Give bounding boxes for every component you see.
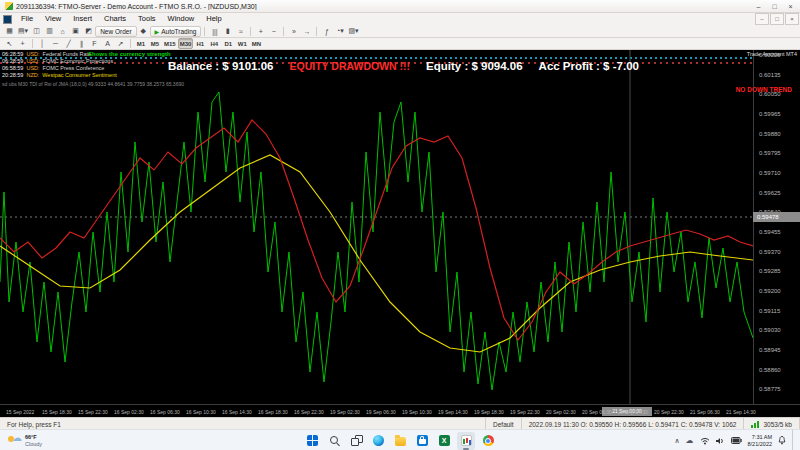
taskbar-apps (303, 432, 497, 450)
crosshair-tool[interactable]: + (16, 38, 29, 49)
strategy-tester-button[interactable]: ◩ (82, 26, 95, 37)
auto-scroll-button[interactable]: » (287, 26, 300, 37)
line-chart-button[interactable]: ≈ (234, 26, 247, 37)
menu-window[interactable]: Window (162, 13, 201, 25)
equity-label: Equity : $ 9094.06 (426, 60, 523, 72)
news-event: 06:58:59USD:FOMC Press Conference (2, 65, 117, 72)
timeframe-mn-button[interactable]: MN (249, 38, 263, 49)
timeframe-w1-button[interactable]: W1 (235, 38, 249, 49)
market-watch-button[interactable]: ◫ (30, 26, 43, 37)
menu-file[interactable]: File (15, 13, 39, 25)
news-currency: USD: (26, 51, 39, 57)
cursor-tool[interactable]: ↖ (3, 38, 16, 49)
search-taskbar-button[interactable] (325, 432, 343, 450)
profiles-button[interactable]: ▤▾ (16, 26, 30, 37)
autotrading-button[interactable]: ▶AutoTrading (150, 26, 202, 37)
templates-button[interactable]: ▨▾ (346, 26, 360, 37)
price-axis[interactable]: 0.602200.601350.600500.599650.598800.597… (753, 50, 800, 404)
store-icon (417, 435, 428, 446)
price-tick-label: 0.59370 (759, 249, 781, 255)
edge-taskbar-button[interactable] (369, 432, 387, 450)
news-time: 06:28:59 (2, 58, 23, 64)
fibonacci-tool[interactable]: F (88, 38, 101, 49)
new-chart-button[interactable]: ▦ (3, 26, 16, 37)
vertical-line-tool[interactable]: │ (36, 38, 49, 49)
volume-icon[interactable] (716, 437, 725, 445)
metaeditor-button[interactable]: ◆ (137, 26, 150, 37)
file-explorer-taskbar-button[interactable] (391, 432, 409, 450)
menu-charts[interactable]: Charts (98, 13, 132, 25)
standard-toolbar: ▦▤▾◫▥⌂▣◩New Order◆▶AutoTrading|||▮≈+−»→ƒ… (0, 25, 800, 38)
chart-plot[interactable] (0, 50, 753, 404)
timeframe-m30-button[interactable]: M30 (178, 38, 194, 49)
timeframe-h1-button[interactable]: H1 (193, 38, 207, 49)
menu-insert[interactable]: Insert (67, 13, 98, 25)
close-button[interactable]: × (783, 1, 798, 12)
channel-tool[interactable]: ∥ (75, 38, 88, 49)
time-tick-label: 19 Sep 22:30 (510, 409, 540, 415)
indicator-caption: sd ubs M30 TDI of Rsi of JMA (18,0,0) 49… (2, 81, 184, 87)
time-tick-label: 19 Sep 10:30 (402, 409, 432, 415)
navigator-button[interactable]: ⌂ (56, 26, 69, 37)
menu-tools[interactable]: Tools (132, 13, 162, 25)
minimize-button[interactable]: – (751, 1, 766, 12)
chart-restore-button[interactable]: □ (770, 13, 784, 25)
show-desktop-button[interactable] (792, 430, 796, 450)
store-taskbar-button[interactable] (413, 432, 431, 450)
timeframe-h4-button[interactable]: H4 (207, 38, 221, 49)
timeframe-m15-button[interactable]: M15 (162, 38, 178, 49)
data-window-button[interactable]: ▥ (43, 26, 56, 37)
zoom-in-button[interactable]: + (254, 26, 267, 37)
alert-label: EQUITY DRAWDOWN !!! (290, 60, 411, 72)
price-tick-label: 0.60135 (759, 72, 781, 78)
task-view-taskbar-button[interactable] (347, 432, 365, 450)
candlestick-button[interactable]: ▮ (221, 26, 234, 37)
new-order-button[interactable]: New Order (95, 26, 136, 37)
toolbar-separator (130, 39, 131, 48)
chevron-up-icon[interactable]: ∧ (674, 437, 679, 445)
toolbar-separator (316, 27, 317, 36)
connection-bars-icon (751, 421, 760, 428)
wifi-icon[interactable] (700, 437, 710, 445)
chart-shift-button[interactable]: → (300, 26, 313, 37)
time-axis[interactable]: 21 Sep 00:30 15 Sep 202215 Sep 18:3015 S… (0, 404, 800, 418)
news-currency: USD: (26, 58, 39, 64)
currency-strength-green-line (0, 92, 753, 390)
notification-bell-icon[interactable] (778, 436, 786, 445)
menu-help[interactable]: Help (200, 13, 227, 25)
taskbar-clock[interactable]: 7:31 AM 8/21/2022 (748, 434, 772, 447)
connection-speed: 3053/5 kb (763, 421, 792, 428)
charts-toolbar: ↖+│─╱∥FA↗M1M5M15M30H1H4D1W1MN (0, 38, 800, 50)
bar-chart-button[interactable]: ||| (208, 26, 221, 37)
chart-area[interactable]: 0.602200.601350.600500.599650.598800.597… (0, 50, 800, 417)
onedrive-icon[interactable]: ☁ (686, 436, 694, 445)
chart-minimize-button[interactable]: – (755, 13, 769, 25)
excel-taskbar-button[interactable] (435, 432, 453, 450)
horizontal-line-tool[interactable]: ─ (49, 38, 62, 49)
maximize-button[interactable]: □ (767, 1, 782, 12)
zoom-out-button[interactable]: − (267, 26, 280, 37)
text-tool[interactable]: A (101, 38, 114, 49)
periods-button[interactable]: ◔▾ (333, 26, 346, 37)
account-info-band: Balance : $ 9101.06 EQUITY DRAWDOWN !!! … (168, 60, 639, 72)
mt4-taskbar-button[interactable] (457, 432, 475, 450)
start-taskbar-button[interactable] (303, 432, 321, 450)
timeframe-d1-button[interactable]: D1 (221, 38, 235, 49)
screen: 2091136394: FTMO-Server - Demo Account -… (0, 0, 800, 450)
trade-assistant-label: Trade Assistant MT4 (747, 51, 797, 57)
menu-view[interactable]: View (39, 13, 67, 25)
chart-close-button[interactable]: × (785, 13, 799, 25)
chrome-taskbar-button[interactable] (479, 432, 497, 450)
arrows-tool[interactable]: ↗ (114, 38, 127, 49)
news-currency: NZD: (26, 72, 39, 78)
weather-widget[interactable]: 66°F Cloudy (0, 430, 50, 450)
timeframe-m5-button[interactable]: M5 (148, 38, 162, 49)
price-tick-label: 0.59795 (759, 150, 781, 156)
battery-icon[interactable] (731, 437, 742, 444)
time-tick-label: 16 Sep 18:30 (258, 409, 288, 415)
time-tick-label: 21 Sep 14:30 (726, 409, 756, 415)
indicators-button[interactable]: ƒ (320, 26, 333, 37)
terminal-button[interactable]: ▣ (69, 26, 82, 37)
trendline-tool[interactable]: ╱ (62, 38, 75, 49)
timeframe-m1-button[interactable]: M1 (134, 38, 148, 49)
